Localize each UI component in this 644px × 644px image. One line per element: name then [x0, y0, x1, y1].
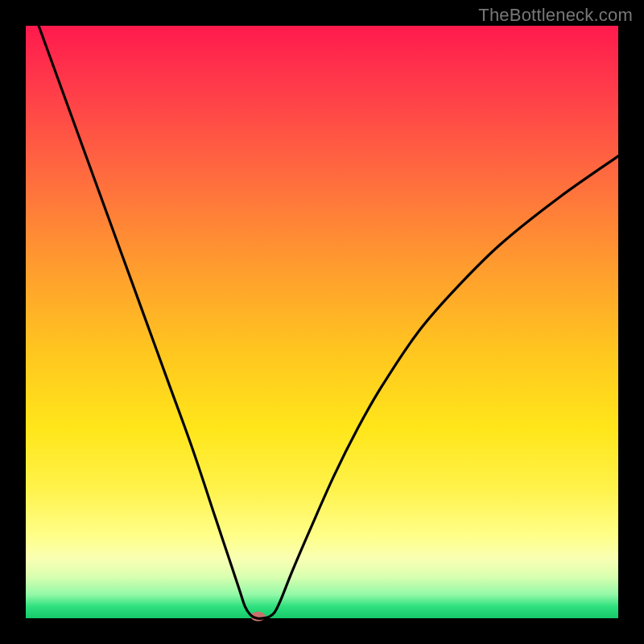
bottleneck-curve-path — [26, 0, 618, 618]
outer-frame: TheBottleneck.com — [0, 0, 644, 644]
bottleneck-chart — [26, 26, 618, 618]
watermark-text: TheBottleneck.com — [478, 5, 633, 26]
chart-layer — [26, 0, 618, 621]
